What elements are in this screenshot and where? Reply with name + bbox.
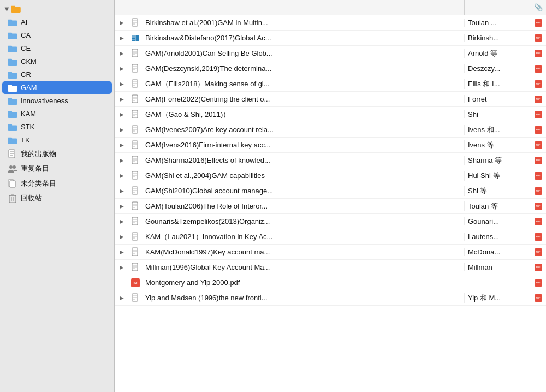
sidebar-item-label: CR: [21, 70, 31, 79]
row-creator: Ellis 和 I...: [464, 79, 530, 89]
table-row[interactable]: ▶ KAM（Lau2021）Innovation in Key Ac...Lau…: [115, 229, 546, 245]
table-body: ▶ Birkinshaw et al.(2001)GAM in Multin..…: [115, 15, 546, 392]
table-row[interactable]: ▶ GAM(Shi et al.,2004)GAM capabilitiesHu…: [115, 168, 546, 183]
sidebar-item-ckm[interactable]: CKM: [2, 55, 112, 68]
row-attach: PDF: [530, 65, 546, 73]
row-title: GAM(Shi2010)Global account manage...: [142, 187, 464, 195]
sidebar-item-ce[interactable]: CE: [2, 42, 112, 55]
main-content: 📎 ▶ Birkinshaw et al.(2001)GAM in Multin…: [115, 0, 546, 392]
sidebar-item-unclassified[interactable]: 未分类条目: [2, 176, 112, 191]
table-row[interactable]: ▶ GAM（Ellis2018）Making sense of gl...Ell…: [115, 76, 546, 92]
sidebar-item-label: KAM: [21, 110, 36, 118]
row-doc-icon: [129, 263, 142, 272]
row-attach: PDF: [530, 264, 546, 271]
row-attach: PDF: [530, 34, 546, 42]
row-title: GAM(Ivenes2007)Are key account rela...: [142, 126, 464, 134]
row-expand[interactable]: ▶: [115, 234, 129, 240]
doc-icon: [8, 150, 17, 158]
table-row[interactable]: ▶ GAM(Forret2022)Centring the client o..…: [115, 92, 546, 107]
row-expand[interactable]: ▶: [115, 203, 129, 209]
table-row[interactable]: ▶ GAM(Deszcynski,2019)The determina...De…: [115, 61, 546, 76]
row-title: Yip and Madsen (1996)the new fronti...: [142, 294, 464, 302]
table-row[interactable]: ▶ Millman(1996)Global Key Account Ma...M…: [115, 260, 546, 275]
table-header: 📎: [115, 0, 546, 15]
row-expand[interactable]: ▶: [115, 173, 129, 179]
table-row[interactable]: ▶ KAM(McDonald1997)Key account ma...McDo…: [115, 245, 546, 260]
table-row[interactable]: ▶ GAM(Toulan2006)The Role of Interor...T…: [115, 199, 546, 214]
row-doc-icon: [129, 64, 142, 73]
row-title: Birkinshaw et al.(2001)GAM in Multin...: [142, 19, 464, 27]
row-creator: Hui Shi 等: [464, 171, 530, 181]
sidebar-item-kam[interactable]: KAM: [2, 108, 112, 120]
row-expand[interactable]: ▶: [115, 142, 129, 148]
stack-icon: [8, 179, 17, 188]
row-attach: PDF: [530, 187, 546, 195]
table-row[interactable]: ▶ GAM(Ivens2016)Firm-internal key acc...…: [115, 138, 546, 153]
row-expand[interactable]: ▶: [115, 157, 129, 163]
row-expand[interactable]: ▶: [115, 96, 129, 102]
folder-icon: [8, 97, 17, 105]
row-title: KAM(McDonald1997)Key account ma...: [142, 248, 464, 256]
row-expand[interactable]: ▶: [115, 188, 129, 194]
table-row[interactable]: PDF Montgomery and Yip 2000.pdf PDF: [115, 275, 546, 290]
row-expand[interactable]: ▶: [115, 20, 129, 26]
row-expand[interactable]: ▶: [115, 127, 129, 133]
row-expand[interactable]: ▶: [115, 111, 129, 117]
row-expand[interactable]: ▶: [115, 50, 129, 56]
sidebar-root[interactable]: ▼: [2, 3, 112, 15]
people-icon: [8, 164, 17, 173]
row-expand[interactable]: ▶: [115, 81, 129, 87]
table-row[interactable]: ▶ Birkinshaw&Distefano(2017)Global Ac...…: [115, 31, 546, 46]
row-doc-icon: [129, 94, 142, 104]
col-creator-header[interactable]: [464, 0, 530, 15]
folder-icon: [8, 84, 17, 92]
attach-pdf-icon: PDF: [535, 126, 542, 134]
attach-pdf-icon: PDF: [535, 80, 542, 88]
table-row[interactable]: ▶ GAM(Shi2010)Global account manage...Sh…: [115, 183, 546, 199]
sidebar-item-trash[interactable]: 回收站: [2, 191, 112, 205]
sidebar-item-ai[interactable]: AI: [2, 16, 112, 28]
svg-rect-26: [10, 181, 15, 187]
table-row[interactable]: ▶ GAM(Sharma2016)Effects of knowled...Sh…: [115, 153, 546, 168]
attach-pdf-icon: PDF: [535, 65, 542, 73]
row-expand[interactable]: ▶: [115, 295, 129, 301]
row-title: Millman(1996)Global Key Account Ma...: [142, 263, 464, 271]
svg-rect-21: [8, 137, 12, 139]
sidebar-item-gam[interactable]: GAM: [2, 81, 112, 94]
app-window: ▼ AI CA CE: [0, 0, 546, 392]
row-attach: PDF: [530, 126, 546, 134]
sidebar-item-publications[interactable]: 我的出版物: [2, 147, 112, 161]
sidebar-item-duplicates[interactable]: 重复条目: [2, 162, 112, 176]
row-title: Montgomery and Yip 2000.pdf: [142, 278, 464, 287]
row-expand[interactable]: ▶: [115, 35, 129, 41]
row-creator: Yip 和 M...: [464, 293, 530, 303]
attach-pdf-icon: PDF: [535, 248, 542, 256]
table-row[interactable]: ▶ Gounaris&Tzempelikos(2013)Organiz...Go…: [115, 214, 546, 229]
sidebar-item-label: CE: [21, 44, 31, 52]
row-pdf-icon: PDF: [129, 278, 142, 287]
row-attach: PDF: [530, 50, 546, 57]
attach-pdf-icon: PDF: [535, 50, 542, 57]
table-row[interactable]: ▶ Birkinshaw et al.(2001)GAM in Multin..…: [115, 15, 546, 31]
row-expand[interactable]: ▶: [115, 218, 129, 224]
sidebar-item-innovativeness[interactable]: Innovativeness: [2, 94, 112, 107]
row-doc-icon: [129, 156, 142, 165]
row-expand[interactable]: ▶: [115, 66, 129, 72]
table-row[interactable]: ▶ Yip and Madsen (1996)the new fronti...…: [115, 290, 546, 306]
sidebar-item-cr[interactable]: CR: [2, 68, 112, 81]
svg-rect-17: [8, 111, 12, 113]
table-row[interactable]: ▶ GAM(Arnold2001)Can Selling Be Glob...A…: [115, 46, 546, 61]
table-row[interactable]: ▶ GAM（Gao & Shi, 2011)）Shi PDF: [115, 107, 546, 122]
row-book-icon: [129, 34, 142, 42]
sidebar-item-ca[interactable]: CA: [2, 29, 112, 41]
row-title: GAM(Arnold2001)Can Selling Be Glob...: [142, 49, 464, 57]
sidebar-item-stk[interactable]: STK: [2, 121, 112, 133]
sidebar-item-tk[interactable]: TK: [2, 134, 112, 146]
attach-pdf-icon: PDF: [535, 203, 542, 210]
svg-rect-1: [11, 6, 15, 8]
row-creator: Millman: [464, 263, 530, 271]
col-attach-header: 📎: [530, 0, 546, 15]
row-expand[interactable]: ▶: [115, 249, 129, 255]
table-row[interactable]: ▶ GAM(Ivenes2007)Are key account rela...…: [115, 122, 546, 138]
row-expand[interactable]: ▶: [115, 264, 129, 270]
